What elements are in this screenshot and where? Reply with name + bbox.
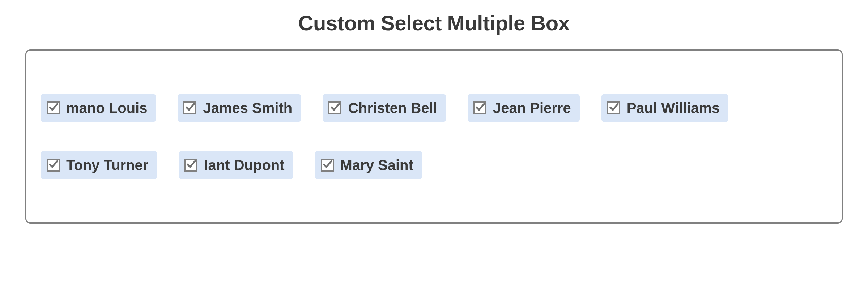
- chip-label: Mary Saint: [340, 157, 413, 173]
- chip-item[interactable]: Jean Pierre: [468, 94, 580, 122]
- chip-label: mano Louis: [66, 100, 147, 116]
- chip-label: Paul Williams: [627, 100, 720, 116]
- chip-label: Christen Bell: [348, 100, 437, 116]
- chip-label: Tony Turner: [66, 157, 148, 173]
- checkbox-checked-icon[interactable]: [47, 101, 60, 114]
- chip-item[interactable]: Christen Bell: [323, 94, 446, 122]
- multi-select-box[interactable]: mano Louis James Smith Christen Bell Jea…: [25, 49, 843, 224]
- chip-item[interactable]: Tony Turner: [41, 151, 157, 179]
- chip-item[interactable]: Paul Williams: [601, 94, 729, 122]
- checkbox-checked-icon[interactable]: [183, 101, 196, 114]
- chip-item[interactable]: mano Louis: [41, 94, 156, 122]
- chip-item[interactable]: Mary Saint: [315, 151, 422, 179]
- checkbox-checked-icon[interactable]: [328, 101, 341, 114]
- checkbox-checked-icon[interactable]: [473, 101, 486, 114]
- chip-item[interactable]: James Smith: [178, 94, 301, 122]
- chip-label: Jean Pierre: [493, 100, 571, 116]
- checkbox-checked-icon[interactable]: [47, 159, 60, 172]
- chip-item[interactable]: Iant Dupont: [179, 151, 293, 179]
- page-title: Custom Select Multiple Box: [298, 11, 570, 35]
- checkbox-checked-icon[interactable]: [184, 159, 197, 172]
- checkbox-checked-icon[interactable]: [607, 101, 620, 114]
- checkbox-checked-icon[interactable]: [321, 159, 334, 172]
- chip-label: Iant Dupont: [204, 157, 284, 173]
- chip-label: James Smith: [203, 100, 292, 116]
